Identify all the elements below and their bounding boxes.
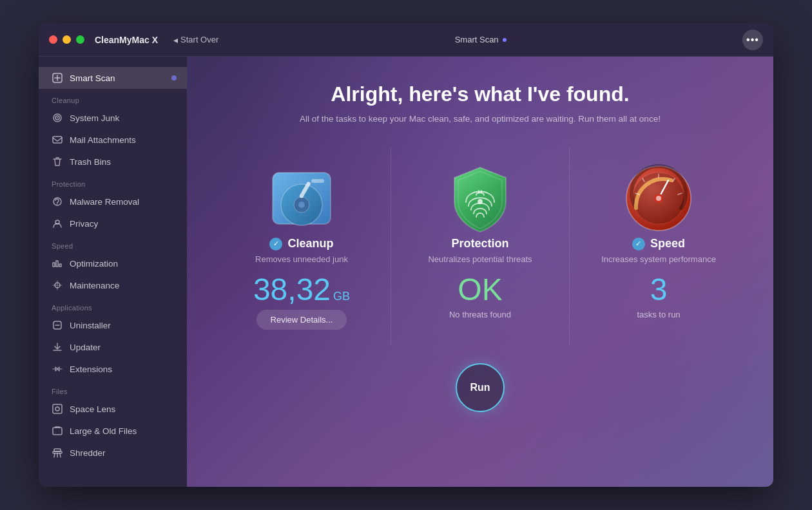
protection-title: Protection [451,237,508,250]
speed-title-row: ✓ Speed [632,237,685,250]
sidebar-section-files: Files [39,380,187,398]
svg-rect-14 [54,449,61,451]
sidebar-section-applications: Applications [39,296,187,314]
more-icon: ••• [746,34,759,46]
sidebar-item-trash-bins[interactable]: Trash Bins [39,151,187,173]
speed-card-icon [620,160,697,237]
trash-icon [52,156,63,167]
svg-rect-23 [311,179,324,183]
traffic-lights [49,35,84,44]
svg-rect-10 [53,404,62,413]
cleanup-subtitle: Removes unneeded junk [255,254,348,264]
speed-card: ✓ Speed Increases system performance 3 t… [570,147,748,345]
sidebar-label-smart-scan: Smart Scan [70,73,115,83]
sidebar-label-mail-attachments: Mail Attachments [70,135,136,145]
sidebar-item-mail-attachments[interactable]: Mail Attachments [39,129,187,151]
run-button[interactable]: Run [456,363,505,412]
cleanup-title: Cleanup [287,237,333,250]
shredder-icon [52,447,63,458]
svg-point-35 [656,196,661,201]
sidebar-label-extensions: Extensions [70,364,112,374]
app-window: CleanMyMac X ◂ Start Over Smart Scan ••• [39,23,773,487]
review-details-button[interactable]: Review Details... [256,310,347,330]
maximize-button[interactable] [76,35,84,44]
sidebar: Smart Scan Cleanup System Junk [39,57,187,487]
svg-point-3 [57,117,58,118]
space-lens-icon [52,403,63,415]
titlebar-center: Smart Scan [218,35,742,44]
scan-text: Smart Scan [455,35,499,44]
scan-dot [503,38,507,42]
svg-point-21 [298,202,305,208]
sidebar-item-maintenance[interactable]: Maintenance [39,274,187,296]
speed-title: Speed [650,237,685,250]
svg-point-11 [55,407,59,411]
protection-note: No threats found [449,310,511,319]
svg-point-24 [478,200,482,203]
system-junk-icon [52,112,63,124]
sidebar-item-uninstaller[interactable]: Uninstaller [39,314,187,336]
sidebar-label-shredder: Shredder [70,448,106,458]
more-button[interactable]: ••• [742,30,763,50]
headline: Alright, here's what I've found. [331,82,629,106]
sidebar-label-malware-removal: Malware Removal [70,197,139,207]
back-button[interactable]: ◂ Start Over [173,35,218,45]
titlebar: CleanMyMac X ◂ Start Over Smart Scan ••• [39,23,773,57]
sidebar-item-malware-removal[interactable]: Malware Removal [39,191,187,212]
main-content: Smart Scan Cleanup System Junk [39,57,773,487]
close-button[interactable] [49,35,57,44]
speed-note: tasks to run [637,310,680,319]
minimize-button[interactable] [63,35,71,44]
sidebar-label-maintenance: Maintenance [70,281,119,290]
svg-point-6 [57,204,58,205]
speed-subtitle: Increases system performance [601,254,716,264]
sidebar-label-trash-bins: Trash Bins [70,157,111,167]
cleanup-card-icon [263,160,340,237]
sidebar-item-updater[interactable]: Updater [39,336,187,358]
mail-icon [52,134,63,146]
sidebar-section-cleanup: Cleanup [39,89,187,107]
sidebar-label-large-old-files: Large & Old Files [70,426,137,436]
sidebar-item-system-junk[interactable]: System Junk [39,107,187,129]
sidebar-label-updater: Updater [70,343,101,352]
content-area: Alright, here's what I've found. All of … [187,57,773,487]
large-old-files-icon [52,425,63,437]
protection-value: OK [458,272,502,307]
sidebar-item-large-old-files[interactable]: Large & Old Files [39,420,187,442]
run-button-container: Run [456,363,505,412]
speed-check-icon: ✓ [632,238,645,250]
optimization-icon [52,258,63,269]
sidebar-label-system-junk: System Junk [70,113,119,123]
privacy-icon [52,218,63,229]
cards-row: ✓ Cleanup Removes unneeded junk 38,32GB … [213,147,748,345]
cleanup-title-row: ✓ Cleanup [269,237,333,250]
subheadline: All of the tasks to keep your Mac clean,… [300,114,661,124]
maintenance-icon [52,279,63,291]
uninstaller-icon [52,319,63,331]
sidebar-label-optimization: Optimization [70,259,118,269]
svg-rect-12 [53,428,62,435]
sidebar-item-privacy[interactable]: Privacy [39,212,187,234]
sidebar-item-smart-scan[interactable]: Smart Scan [39,67,187,89]
sidebar-item-space-lens[interactable]: Space Lens [39,398,187,420]
protection-card: Protection Neutralizes potential threats… [391,147,570,345]
scan-label: Smart Scan [455,35,507,44]
cleanup-value: 38,32GB [253,272,350,307]
sidebar-item-extensions[interactable]: Extensions [39,358,187,380]
sidebar-item-optimization[interactable]: Optimization [39,252,187,274]
smart-scan-icon [52,72,63,84]
extensions-icon [52,363,63,375]
protection-card-icon [441,160,519,237]
cleanup-card: ✓ Cleanup Removes unneeded junk 38,32GB … [213,147,391,345]
protection-subtitle: Neutralizes potential threats [428,254,532,264]
back-arrow-icon: ◂ [173,35,178,45]
sidebar-section-protection: Protection [39,173,187,191]
sidebar-label-space-lens: Space Lens [70,404,115,414]
speed-value: 3 [650,272,668,307]
back-label: Start Over [180,35,218,44]
malware-icon [52,196,63,207]
sidebar-section-speed: Speed [39,234,187,252]
sidebar-item-shredder[interactable]: Shredder [39,442,187,464]
updater-icon [52,341,63,353]
svg-rect-4 [53,137,62,143]
